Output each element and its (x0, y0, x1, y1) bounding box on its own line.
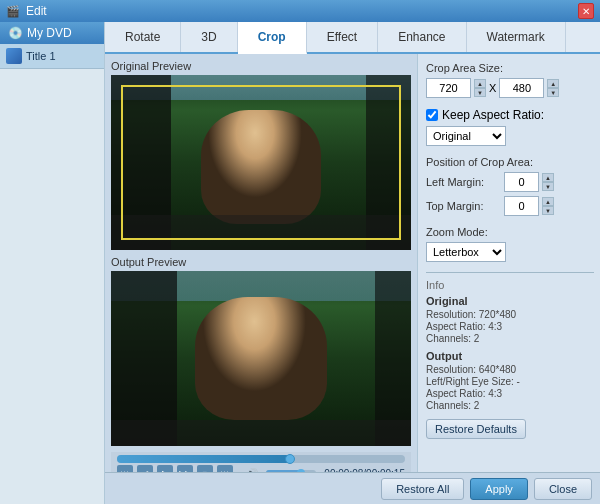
crop-position-label: Position of Crop Area: (426, 156, 594, 168)
timeline-area: ⏮ ◁ ▶ ▷▷ ■ ⏭ 🔊 00:00:08/00:00 (111, 452, 411, 472)
close-button[interactable]: ✕ (578, 3, 594, 19)
tab-bar: Rotate 3D Crop Effect Enhance Watermark (105, 22, 600, 54)
original-channels: Channels: 2 (426, 333, 594, 344)
sidebar: 💿 My DVD Title 1 (0, 22, 105, 504)
info-section: Info Original Resolution: 720*480 Aspect… (426, 272, 594, 439)
content-area: Rotate 3D Crop Effect Enhance Watermark … (105, 22, 600, 504)
title-bar-title: Edit (26, 4, 47, 18)
tab-enhance[interactable]: Enhance (378, 22, 466, 52)
dvd-icon: 💿 (8, 26, 23, 40)
width-spinner: ▲ ▼ (474, 79, 486, 97)
title-bar-icon: 🎬 (6, 5, 20, 18)
left-margin-input[interactable] (504, 172, 539, 192)
zoom-mode-select[interactable]: Letterbox Pan & Scan Full (426, 242, 506, 262)
tab-rotate[interactable]: Rotate (105, 22, 181, 52)
preview-area: Original Preview (105, 54, 417, 472)
crop-position-section: Position of Crop Area: Left Margin: ▲ ▼ … (426, 156, 594, 216)
size-separator: X (489, 82, 496, 94)
bottom-bar: Restore All Apply Close (105, 472, 600, 504)
output-aspect: Aspect Ratio: 4:3 (426, 388, 594, 399)
original-preview-section: Original Preview (111, 60, 411, 250)
keep-aspect-label: Keep Aspect Ratio: (442, 108, 544, 122)
zoom-mode-label: Zoom Mode: (426, 226, 594, 238)
tab-effect[interactable]: Effect (307, 22, 378, 52)
volume-fill (266, 470, 301, 472)
top-margin-spinner: ▲ ▼ (542, 197, 554, 215)
original-preview-box (111, 75, 411, 250)
keep-aspect-row: Keep Aspect Ratio: (426, 108, 594, 122)
size-row: ▲ ▼ X ▲ ▼ (426, 78, 594, 98)
left-margin-label: Left Margin: (426, 176, 501, 188)
left-margin-spinner: ▲ ▼ (542, 173, 554, 191)
sidebar-item-label: Title 1 (26, 50, 56, 62)
play-button[interactable]: ▶ (157, 465, 173, 472)
output-channels: Channels: 2 (426, 400, 594, 411)
output-preview-label: Output Preview (111, 256, 411, 268)
height-spin-down[interactable]: ▼ (547, 88, 559, 97)
volume-thumb[interactable] (297, 469, 305, 472)
original-info-label: Original (426, 295, 594, 307)
sidebar-item-title1[interactable]: Title 1 (0, 44, 104, 69)
tab-watermark[interactable]: Watermark (467, 22, 566, 52)
prev-frame-button[interactable]: ◁ (137, 465, 153, 472)
fast-forward-button[interactable]: ▷▷ (177, 465, 193, 472)
zoom-mode-section: Zoom Mode: Letterbox Pan & Scan Full (426, 226, 594, 262)
sidebar-title: 💿 My DVD (0, 22, 104, 44)
width-spin-up[interactable]: ▲ (474, 79, 486, 88)
left-margin-up[interactable]: ▲ (542, 173, 554, 182)
main-container: 💿 My DVD Title 1 Rotate 3D Crop Effect E… (0, 22, 600, 504)
crop-area-size-label: Crop Area Size: (426, 62, 594, 74)
tab-crop[interactable]: Crop (238, 22, 307, 54)
apply-button[interactable]: Apply (470, 478, 528, 500)
close-bottom-button[interactable]: Close (534, 478, 592, 500)
volume-track[interactable] (266, 470, 316, 472)
crop-area-size-section: Crop Area Size: ▲ ▼ X ▲ ▼ (426, 62, 594, 98)
top-margin-label: Top Margin: (426, 200, 501, 212)
info-header: Info (426, 279, 594, 291)
restore-defaults-button[interactable]: Restore Defaults (426, 419, 526, 439)
height-spinner: ▲ ▼ (547, 79, 559, 97)
title-bar-left: 🎬 Edit (6, 4, 47, 18)
progress-track[interactable] (117, 455, 405, 463)
height-spin-up[interactable]: ▲ (547, 79, 559, 88)
title-bar: 🎬 Edit ✕ (0, 0, 600, 22)
skip-start-button[interactable]: ⏮ (117, 465, 133, 472)
width-spin-down[interactable]: ▼ (474, 88, 486, 97)
progress-fill (117, 455, 290, 463)
skip-end-button[interactable]: ⏭ (217, 465, 233, 472)
edit-area: Original Preview (105, 54, 600, 472)
output-preview-section: Output Preview (111, 256, 411, 446)
output-preview-image (111, 271, 411, 446)
crop-border-original (121, 85, 401, 240)
top-margin-up[interactable]: ▲ (542, 197, 554, 206)
aspect-ratio-section: Keep Aspect Ratio: Original 4:3 16:9 Cus… (426, 108, 594, 146)
right-panel: Crop Area Size: ▲ ▼ X ▲ ▼ (417, 54, 600, 472)
stop-button[interactable]: ■ (197, 465, 213, 472)
crop-width-input[interactable] (426, 78, 471, 98)
top-margin-input[interactable] (504, 196, 539, 216)
controls-row: ⏮ ◁ ▶ ▷▷ ■ ⏭ 🔊 00:00:08/00:00 (117, 465, 405, 472)
original-resolution: Resolution: 720*480 (426, 309, 594, 320)
left-margin-down[interactable]: ▼ (542, 182, 554, 191)
top-margin-down[interactable]: ▼ (542, 206, 554, 215)
top-margin-row: Top Margin: ▲ ▼ (426, 196, 594, 216)
original-aspect: Aspect Ratio: 4:3 (426, 321, 594, 332)
keep-aspect-checkbox[interactable] (426, 109, 438, 121)
progress-thumb[interactable] (285, 454, 295, 464)
restore-all-button[interactable]: Restore All (381, 478, 464, 500)
left-margin-row: Left Margin: ▲ ▼ (426, 172, 594, 192)
sidebar-title-label: My DVD (27, 26, 72, 40)
original-preview-label: Original Preview (111, 60, 411, 72)
output-resolution: Resolution: 640*480 (426, 364, 594, 375)
output-preview-box (111, 271, 411, 446)
aspect-ratio-select[interactable]: Original 4:3 16:9 Custom (426, 126, 506, 146)
tab-3d[interactable]: 3D (181, 22, 237, 52)
file-icon (6, 48, 22, 64)
output-left-right: Left/Right Eye Size: - (426, 376, 594, 387)
crop-height-input[interactable] (499, 78, 544, 98)
output-info-label: Output (426, 350, 594, 362)
